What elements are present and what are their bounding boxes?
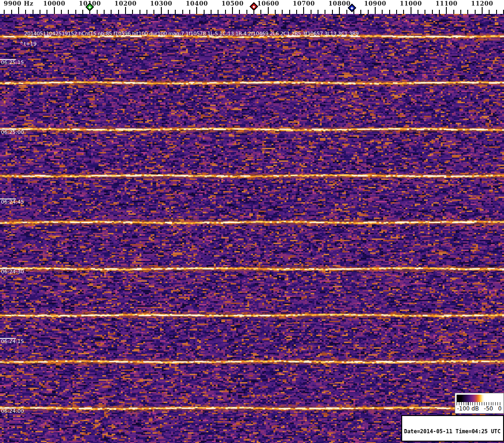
minor-frequency-tick xyxy=(11,10,12,14)
minor-frequency-tick xyxy=(403,10,404,14)
minor-frequency-tick xyxy=(332,10,333,14)
minor-frequency-tick xyxy=(182,10,183,14)
major-frequency-tick xyxy=(161,7,162,14)
minor-frequency-tick xyxy=(289,10,290,14)
minor-frequency-tick xyxy=(296,10,297,14)
minor-frequency-tick xyxy=(432,10,433,14)
minor-frequency-tick xyxy=(311,10,312,14)
minor-frequency-tick xyxy=(225,10,226,14)
minor-frequency-tick xyxy=(424,10,425,14)
minor-frequency-tick xyxy=(46,10,47,14)
minor-frequency-tick xyxy=(382,10,383,14)
minor-frequency-tick xyxy=(260,10,261,14)
frequency-ruler: 9900 Hz100001010010200103001040010500106… xyxy=(0,0,504,14)
minor-frequency-tick xyxy=(111,10,112,14)
color-scale-labels: -100 dB -50 0 xyxy=(457,405,502,412)
color-scale-ticks xyxy=(457,402,502,405)
minor-frequency-tick xyxy=(368,10,369,14)
major-frequency-tick xyxy=(232,7,233,14)
spectrogram-canvas xyxy=(0,14,504,443)
marker-center-dot xyxy=(351,7,353,9)
minor-frequency-tick xyxy=(25,10,26,14)
major-frequency-tick xyxy=(125,7,126,14)
minor-frequency-tick xyxy=(318,10,318,14)
major-frequency-tick xyxy=(446,7,447,14)
minor-frequency-tick xyxy=(489,10,490,14)
minor-frequency-tick xyxy=(175,10,176,14)
time-label: 06:24:45 xyxy=(1,199,24,205)
minor-frequency-tick xyxy=(61,10,62,14)
frequency-label: 10400 xyxy=(186,0,208,7)
major-frequency-tick xyxy=(18,7,19,14)
minor-frequency-tick xyxy=(139,10,140,14)
minor-frequency-tick xyxy=(104,10,105,14)
time-label: 06:25:15 xyxy=(1,60,24,66)
color-scale-legend: -100 dB -50 0 xyxy=(455,393,504,414)
time-label: 06:24:00 xyxy=(1,409,24,414)
marker-center-dot xyxy=(252,5,255,8)
minor-frequency-tick xyxy=(218,10,219,14)
minor-frequency-tick xyxy=(246,10,247,14)
frequency-label: 11200 xyxy=(471,0,493,7)
minor-frequency-tick xyxy=(360,10,361,14)
major-frequency-tick xyxy=(303,7,304,14)
frequency-label: 11100 xyxy=(435,0,458,7)
minor-frequency-tick xyxy=(118,10,119,14)
frequency-label: 10000 xyxy=(43,0,66,7)
detection-log-text: 20140511042519152 hCnt15 nb-85 f10596 hi… xyxy=(24,31,358,37)
frequency-label: 10700 xyxy=(293,0,315,7)
minor-frequency-tick xyxy=(418,10,418,14)
minor-frequency-tick xyxy=(389,10,390,14)
app-window: 9900 Hz100001010010200103001040010500106… xyxy=(0,0,504,443)
legend-label-max: 0 xyxy=(498,405,502,412)
frequency-label: 10500 xyxy=(221,0,244,7)
minor-frequency-tick xyxy=(204,10,205,14)
time-label: 06:24:15 xyxy=(1,339,24,344)
frequency-label: 11000 xyxy=(400,0,422,7)
frequency-label: 10200 xyxy=(114,0,137,7)
minor-frequency-tick xyxy=(146,10,147,14)
major-frequency-tick xyxy=(196,7,197,14)
time-cursor-label: ^t+19 xyxy=(20,41,37,47)
minor-frequency-tick xyxy=(68,10,69,14)
color-gradient-bar xyxy=(457,395,502,402)
minor-frequency-tick xyxy=(460,10,461,14)
minor-frequency-tick xyxy=(475,10,476,14)
frequency-label: 10800 xyxy=(328,0,351,7)
legend-label-min: -100 dB xyxy=(457,405,479,412)
minor-frequency-tick xyxy=(132,10,133,14)
frequency-label: 10300 xyxy=(150,0,172,7)
minor-frequency-tick xyxy=(4,10,5,14)
info-date-line: Date=2014-05-11 Time=04:25 UTC xyxy=(404,429,503,435)
minor-frequency-tick xyxy=(325,10,325,14)
minor-frequency-tick xyxy=(439,10,440,14)
frequency-label: 9900 Hz xyxy=(4,0,33,7)
minor-frequency-tick xyxy=(346,10,347,14)
minor-frequency-tick xyxy=(168,10,169,14)
major-frequency-tick xyxy=(482,7,483,14)
frequency-label: 10900 xyxy=(364,0,386,7)
time-label: 06:24:30 xyxy=(1,269,24,275)
minor-frequency-tick xyxy=(467,10,468,14)
minor-frequency-tick xyxy=(153,10,154,14)
minor-frequency-tick xyxy=(82,10,83,14)
minor-frequency-tick xyxy=(275,10,276,14)
minor-frequency-tick xyxy=(453,10,454,14)
frequency-label: 10600 xyxy=(257,0,279,7)
major-frequency-tick xyxy=(339,7,340,14)
major-frequency-tick xyxy=(268,7,269,14)
minor-frequency-tick xyxy=(33,10,33,14)
time-label: 06:25:00 xyxy=(1,130,24,135)
minor-frequency-tick xyxy=(75,10,76,14)
minor-frequency-tick xyxy=(189,10,190,14)
minor-frequency-tick xyxy=(496,10,497,14)
major-frequency-tick xyxy=(375,7,376,14)
minor-frequency-tick xyxy=(40,10,40,14)
major-frequency-tick xyxy=(54,7,55,14)
observation-info-box: Date=2014-05-11 Time=04:25 UTC Freq=143 … xyxy=(401,415,504,442)
minor-frequency-tick xyxy=(239,10,240,14)
minor-frequency-tick xyxy=(211,10,212,14)
minor-frequency-tick xyxy=(97,10,98,14)
legend-label-mid: -50 xyxy=(484,405,493,412)
marker-center-dot xyxy=(88,6,91,8)
